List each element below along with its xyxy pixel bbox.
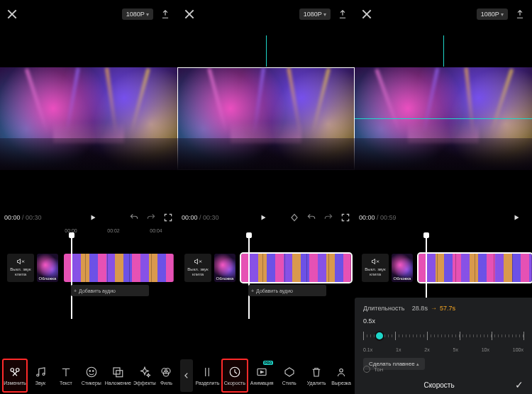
svg-point-4 <box>87 367 96 377</box>
current-speed: 0.5x <box>363 317 523 325</box>
close-icon[interactable] <box>184 9 194 19</box>
cover-thumbnail[interactable]: Обложка <box>214 254 235 282</box>
tool-overlay[interactable]: Наложение <box>105 359 131 392</box>
fullscreen-icon[interactable] <box>163 213 173 223</box>
close-icon[interactable] <box>362 9 372 19</box>
play-button[interactable] <box>259 213 267 222</box>
playhead[interactable] <box>71 235 72 319</box>
resolution-select[interactable]: 1080P <box>122 9 153 20</box>
confirm-check-icon[interactable]: ✓ <box>515 379 523 390</box>
tool-text[interactable]: Текст <box>54 359 78 392</box>
preview-scrub <box>355 118 532 119</box>
tool-split[interactable]: Разделить <box>194 359 220 392</box>
duration-readout: Длительность 28.8s → 57.7s <box>363 305 523 312</box>
play-button[interactable] <box>89 213 97 222</box>
export-icon[interactable] <box>515 9 525 19</box>
close-icon[interactable] <box>7 9 17 19</box>
playhead[interactable] <box>248 235 250 319</box>
resolution-select[interactable]: 1080P <box>299 9 331 20</box>
speed-slider-labels: 0.1x 1x 2x 5x 10x 100x <box>363 347 523 352</box>
main-toolbar: Изменить Звук Текст Стикеры Наложение Эф… <box>0 357 177 394</box>
radio-icon <box>363 366 370 373</box>
undo-icon[interactable] <box>306 213 316 223</box>
current-time: 00:00 / 00:30 <box>4 214 42 221</box>
tone-toggle[interactable]: Тон <box>363 366 383 373</box>
play-button[interactable] <box>512 213 521 222</box>
current-time: 00:00 / 00:30 <box>182 214 219 221</box>
video-clip-selected[interactable] <box>419 254 532 282</box>
tool-speed[interactable]: Скорость <box>222 359 248 392</box>
svg-point-3 <box>43 373 45 376</box>
redo-icon[interactable] <box>323 213 333 223</box>
export-icon[interactable] <box>160 9 170 19</box>
svg-point-1 <box>16 368 19 372</box>
cover-thumbnail[interactable]: Обложка <box>392 254 413 282</box>
video-clip-selected[interactable] <box>241 254 351 282</box>
video-preview[interactable] <box>177 67 355 170</box>
toolbar-back[interactable] <box>180 359 193 392</box>
panel-1: 1080P 00:00 / 00:30 0 <box>0 0 177 394</box>
speed-slider-knob[interactable] <box>375 331 384 341</box>
tool-style[interactable]: Стиль <box>276 359 301 392</box>
fullscreen-icon[interactable] <box>340 213 350 223</box>
video-clip[interactable] <box>64 254 174 282</box>
clip-toolbar: Разделить Скорость PRO Анимация Стиль Уд… <box>177 357 355 394</box>
tool-cutout[interactable]: Вырезка <box>331 359 352 392</box>
add-audio-button[interactable]: +Добавить аудио <box>248 285 326 296</box>
tool-edit[interactable]: Изменить <box>3 359 27 392</box>
video-preview[interactable] <box>0 67 177 170</box>
panel-title: Скорость <box>423 381 454 389</box>
tool-effects[interactable]: Эффекты <box>133 359 157 392</box>
svg-point-0 <box>11 368 14 372</box>
video-preview[interactable] <box>355 67 532 170</box>
mute-clip-audio[interactable]: Выкл. звукклипа <box>184 254 211 282</box>
tool-stickers[interactable]: Стикеры <box>79 359 104 392</box>
keyframe-icon[interactable] <box>289 213 299 223</box>
svg-point-2 <box>37 374 39 376</box>
resolution-select[interactable]: 1080P <box>477 9 508 20</box>
current-time: 00:00 / 00:59 <box>359 214 397 221</box>
scrub-indicator <box>266 35 267 67</box>
tool-filters[interactable]: Филь <box>158 359 174 392</box>
svg-rect-8 <box>116 371 123 377</box>
redo-icon[interactable] <box>146 213 156 223</box>
timeline-ruler[interactable]: 00:00 00:02 00:04 <box>0 228 177 237</box>
cover-thumbnail[interactable]: Обложка <box>37 254 58 282</box>
add-audio-button[interactable]: +Добавить аудио <box>71 285 149 296</box>
speed-slider[interactable] <box>363 327 523 346</box>
svg-rect-7 <box>113 368 120 374</box>
scrub-indicator <box>443 35 444 67</box>
export-icon[interactable] <box>338 9 348 19</box>
pro-badge: PRO <box>263 361 274 365</box>
panel-3: 1080P 00:00 / 00:59 Выкл. звуккл <box>355 0 532 394</box>
speed-panel: Длительность 28.8s → 57.7s 0.5x 0.1x 1x … <box>355 298 532 394</box>
panel-2: 1080P 00:00 / 00:30 <box>177 0 355 394</box>
mute-clip-audio[interactable]: Выкл. звукклипа <box>362 254 389 282</box>
tool-animation[interactable]: PRO Анимация <box>249 359 275 392</box>
tool-audio[interactable]: Звук <box>28 359 52 392</box>
svg-point-6 <box>92 371 94 372</box>
svg-point-14 <box>340 369 343 373</box>
mute-clip-audio[interactable]: Выкл. звукклипа <box>7 254 34 282</box>
undo-icon[interactable] <box>129 213 139 223</box>
svg-point-5 <box>89 371 91 372</box>
playhead[interactable] <box>426 235 427 299</box>
tool-delete[interactable]: Удалить <box>304 359 329 392</box>
